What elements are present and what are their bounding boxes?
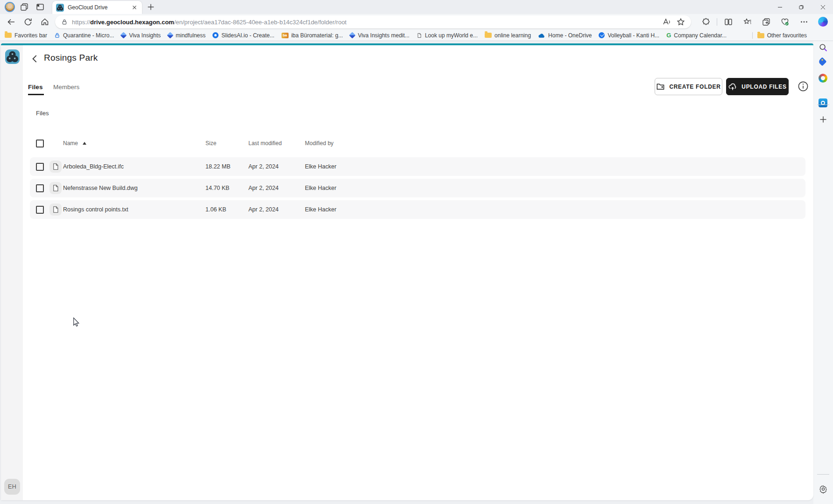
- url-text[interactable]: https://drive.geocloud.hexagon.com/en/pr…: [72, 19, 657, 26]
- copilot-icon[interactable]: [818, 17, 828, 27]
- back-button[interactable]: [30, 54, 40, 64]
- m365-copilot-icon[interactable]: [819, 74, 827, 83]
- ba-badge-icon: ba: [282, 33, 289, 38]
- extensions-icon[interactable]: [701, 17, 711, 27]
- bookmark-mindfulness[interactable]: mindfulness: [168, 32, 205, 39]
- check-circle-icon: [599, 32, 605, 38]
- favorites-hub-icon[interactable]: [743, 17, 752, 27]
- bookmark-lookup-myworld[interactable]: Look up myWorld e...: [416, 32, 478, 39]
- other-favourites[interactable]: Other favourites: [757, 32, 807, 39]
- close-window-icon[interactable]: [812, 0, 833, 14]
- favorite-star-icon[interactable]: [676, 17, 685, 27]
- home-icon[interactable]: [40, 17, 49, 27]
- column-last-modified[interactable]: Last modified: [248, 140, 305, 147]
- file-last-modified: Apr 2, 2024: [248, 206, 305, 213]
- file-size: 18.22 MB: [205, 163, 248, 170]
- tab-members[interactable]: Members: [53, 80, 79, 94]
- more-options-icon[interactable]: [799, 17, 809, 27]
- browser-tab-geocloud-drive[interactable]: GeoCloud Drive: [52, 1, 142, 14]
- workspaces-icon[interactable]: [20, 2, 29, 12]
- address-bar[interactable]: https://drive.geocloud.hexagon.com/en/pr…: [55, 15, 691, 28]
- maximize-icon[interactable]: [791, 0, 812, 14]
- refresh-icon[interactable]: [23, 17, 33, 27]
- upload-files-button[interactable]: UPLOAD FILES: [726, 78, 789, 95]
- bookmark-slidesai[interactable]: SlidesAI.io - Create...: [212, 32, 274, 39]
- table-row[interactable]: Arboleda_Bldg-Elect.ifc 18.22 MB Apr 2, …: [30, 157, 805, 176]
- bookmark-viva-insights-medit[interactable]: Viva Insights medit...: [350, 32, 409, 39]
- folder-plus-icon: [656, 82, 665, 91]
- mouse-cursor: [73, 317, 82, 328]
- folder-icon: [5, 33, 12, 38]
- geocloud-logo[interactable]: [5, 49, 20, 64]
- geocloud-drive-page: EH Rosings Park Files Members CREATE FOL…: [1, 43, 813, 500]
- browser-titlebar: GeoCloud Drive: [0, 0, 833, 14]
- bookmark-quarantine[interactable]: Quarantine - Micro...: [54, 32, 114, 39]
- row-checkbox[interactable]: [36, 206, 44, 214]
- table-header: Name Size Last modified Modified by: [30, 133, 805, 154]
- section-label: Files: [36, 110, 49, 117]
- app-sidebar: EH: [1, 45, 23, 500]
- file-size: 14.70 KB: [205, 185, 248, 191]
- bookmark-favorites-bar[interactable]: Favorites bar: [5, 32, 47, 39]
- browser-essentials-icon[interactable]: [780, 17, 790, 27]
- collections-icon[interactable]: [762, 17, 771, 27]
- file-last-modified: Apr 2, 2024: [248, 163, 305, 170]
- bookmarks-bar: Favorites bar Quarantine - Micro... Viva…: [0, 30, 833, 41]
- file-modified-by: Elke Hacker: [305, 206, 805, 213]
- bookmark-iba-bueromaterial[interactable]: baiba Büromaterial: g...: [282, 32, 343, 39]
- file-icon: [49, 182, 62, 194]
- tab-title: GeoCloud Drive: [68, 4, 131, 11]
- browser-toolbar: https://drive.geocloud.hexagon.com/en/pr…: [0, 14, 833, 30]
- tab-actions-icon[interactable]: [35, 2, 45, 12]
- file-icon: [49, 203, 62, 216]
- settings-gear-icon[interactable]: [819, 484, 828, 494]
- browser-profile-avatar[interactable]: [5, 2, 15, 12]
- back-icon[interactable]: [7, 17, 16, 27]
- folder-icon: [757, 33, 764, 38]
- file-name[interactable]: Rosings control points.txt: [63, 206, 205, 213]
- column-name[interactable]: Name: [63, 140, 78, 147]
- user-avatar[interactable]: EH: [4, 479, 20, 495]
- file-last-modified: Apr 2, 2024: [248, 185, 305, 191]
- circle-icon: [212, 32, 219, 38]
- column-modified-by[interactable]: Modified by: [305, 140, 805, 147]
- lock-icon: [54, 32, 60, 38]
- sort-ascending-icon[interactable]: [83, 142, 86, 145]
- g-icon: G: [666, 32, 671, 38]
- bookmark-company-calendar[interactable]: GCompany Calendar...: [666, 32, 727, 39]
- sidebar-divider: [817, 105, 829, 105]
- outlook-icon[interactable]: [819, 98, 827, 107]
- cloud-upload-icon: [728, 82, 737, 91]
- new-tab-icon[interactable]: [147, 3, 155, 11]
- toolbar-divider: [717, 18, 717, 26]
- geocloud-favicon: [56, 4, 64, 12]
- file-icon: [49, 161, 62, 173]
- file-name[interactable]: Nefenstrasse New Build.dwg: [63, 185, 205, 191]
- bookmark-viva-insights[interactable]: Viva Insights: [121, 32, 161, 39]
- gem-icon: [167, 32, 174, 38]
- create-folder-button[interactable]: CREATE FOLDER: [655, 78, 722, 95]
- table-row[interactable]: Rosings control points.txt 1.06 KB Apr 2…: [30, 200, 805, 219]
- select-all-checkbox[interactable]: [36, 140, 44, 147]
- bookmark-volleyball[interactable]: Volleyball - Kanti H...: [599, 32, 659, 39]
- site-lock-icon[interactable]: [61, 18, 68, 26]
- search-icon[interactable]: [819, 43, 828, 52]
- info-icon[interactable]: [798, 81, 809, 92]
- file-name[interactable]: Arboleda_Bldg-Elect.ifc: [63, 163, 205, 170]
- row-checkbox[interactable]: [36, 163, 44, 171]
- add-sidebar-app-icon[interactable]: [819, 115, 828, 124]
- minimize-icon[interactable]: [769, 0, 790, 14]
- shopping-icon[interactable]: [819, 58, 828, 67]
- table-row[interactable]: Nefenstrasse New Build.dwg 14.70 KB Apr …: [30, 179, 805, 197]
- page-title: Rosings Park: [44, 53, 98, 63]
- column-size[interactable]: Size: [205, 140, 248, 147]
- bookmark-home-onedrive[interactable]: Home - OneDrive: [538, 32, 592, 39]
- sidebar-divider: [817, 474, 829, 475]
- split-screen-icon[interactable]: [724, 17, 733, 27]
- bookmark-online-learning[interactable]: online learning: [485, 32, 531, 39]
- read-aloud-icon[interactable]: [662, 17, 671, 27]
- close-tab-icon[interactable]: [131, 4, 138, 11]
- tab-files[interactable]: Files: [28, 80, 43, 94]
- file-modified-by: Elke Hacker: [305, 185, 805, 191]
- row-checkbox[interactable]: [36, 184, 44, 192]
